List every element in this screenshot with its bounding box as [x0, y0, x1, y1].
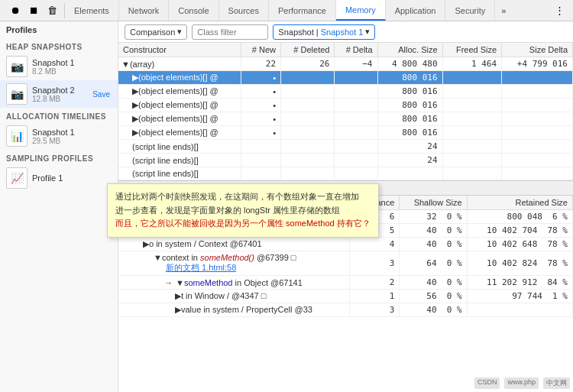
- save-snapshot-button[interactable]: Save: [91, 90, 112, 99]
- row-new: •: [241, 99, 281, 112]
- timeline1-icon: 📊: [6, 125, 28, 147]
- table-row[interactable]: ▼(array) 22 26 −4 4 800 480 1 464 +4 799…: [118, 57, 573, 71]
- profile1-info: Profile 1: [32, 173, 112, 183]
- ret-shallow: 40 0 %: [400, 238, 467, 251]
- col-new[interactable]: # New: [241, 43, 281, 57]
- ret-col-retained[interactable]: Retained Size: [467, 196, 572, 210]
- settings-button[interactable]: ⋮: [552, 3, 567, 18]
- tab-sources[interactable]: Sources: [219, 0, 269, 21]
- row-alloc: 4 800 480: [377, 57, 442, 71]
- row-alloc: 800 016: [377, 99, 442, 112]
- row-alloc: 24: [377, 140, 442, 154]
- ret-retained: 800 048 6 %: [467, 210, 572, 224]
- ret-dist: 2: [350, 276, 400, 290]
- col-constructor[interactable]: Constructor: [118, 43, 241, 57]
- row-freed: 1 464: [442, 57, 502, 71]
- row-alloc: 800 016: [377, 126, 442, 140]
- tab-security[interactable]: Security: [445, 0, 495, 21]
- retainer-row[interactable]: ▶value in system / PropertyCell @33 3 40…: [118, 303, 573, 317]
- row-deleted: 26: [281, 57, 335, 71]
- tab-performance[interactable]: Performance: [269, 0, 336, 21]
- toolbar: Comparison ▾ Snapshot | Snapshot 1 ▾: [118, 21, 573, 43]
- tooltip-line1: 通过比对两个时刻快照发现，在这期间，有个数组对象一直在增加: [115, 190, 371, 204]
- snapshot1-size: 8.2 MB: [32, 67, 112, 76]
- snapshot2-name: Snapshot 2: [32, 86, 86, 95]
- row-new: 22: [241, 57, 281, 71]
- row-constructor: ▶(object elements)[] @: [118, 99, 241, 112]
- tab-console[interactable]: Console: [169, 0, 219, 21]
- watermark-php: www.php: [504, 377, 539, 389]
- profiles-label: Profiles: [0, 21, 118, 38]
- ret-retained: 10 402 648 78 %: [467, 238, 572, 251]
- retainer-row[interactable]: →▼someMethod in Object @67141 2 40 0 % 1…: [118, 276, 573, 290]
- row-alloc: 800 016: [377, 71, 442, 85]
- comparison-dropdown-arrow: ▾: [177, 27, 182, 37]
- table-row[interactable]: ▶(object elements)[] @ • 800 016: [118, 126, 573, 140]
- timeline1-info: Snapshot 1 29.5 MB: [32, 128, 112, 145]
- table-row[interactable]: ▶(object elements)[] @ • 800 016: [118, 85, 573, 99]
- watermark: CSDN www.php 中文网: [474, 377, 570, 389]
- row-constructor: ▶(object elements)[] @: [118, 71, 241, 85]
- tab-elements[interactable]: Elements: [65, 0, 119, 21]
- profile1-icon: 📈: [6, 167, 28, 189]
- col-freed[interactable]: Freed Size: [442, 43, 502, 57]
- retainer-row[interactable]: ▼context in someMethod() @67399 □ 新的文档 1…: [118, 251, 573, 276]
- retainer-row[interactable]: ▶o in system / Context @67401 4 40 0 % 1…: [118, 238, 573, 251]
- ret-dist: 4: [350, 238, 400, 251]
- delete-button[interactable]: 🗑: [44, 3, 60, 18]
- snapshot1-info: Snapshot 1 8.2 MB: [32, 58, 112, 76]
- snapshot1-icon: 📷: [6, 56, 28, 77]
- watermark-csdn: CSDN: [474, 377, 500, 389]
- table-row-selected[interactable]: ▶(object elements)[] @ • 800 016: [118, 71, 573, 85]
- retainer-row[interactable]: ▶t in Window / @4347 □ 1 56 0 % 97 744 1…: [118, 290, 573, 303]
- ret-dist: 3: [350, 303, 400, 317]
- tab-list: Elements Network Console Sources Perform…: [65, 0, 552, 21]
- allocation-timelines-title: ALLOCATION TIMELINES: [0, 108, 118, 122]
- col-delta[interactable]: # Delta: [335, 43, 377, 57]
- snapshot1-item[interactable]: 📷 Snapshot 1 8.2 MB: [0, 53, 118, 80]
- col-deleted[interactable]: # Deleted: [281, 43, 335, 57]
- stop-button[interactable]: ⏹: [26, 3, 41, 18]
- tooltip-line2: 进一步查看，发现是字面量对象的 longStr 属性里存储的数组: [115, 204, 371, 218]
- ret-col-shallow[interactable]: Shallow Size: [400, 196, 467, 210]
- snapshot2-item[interactable]: 📷 Snapshot 2 12.8 MB Save: [0, 80, 118, 108]
- profile1-item[interactable]: 📈 Profile 1: [0, 164, 118, 192]
- timeline1-name: Snapshot 1: [32, 128, 112, 137]
- row-freed: [442, 71, 502, 85]
- row-constructor: (script line ends)[]: [118, 167, 241, 180]
- timeline1-size: 29.5 MB: [32, 137, 112, 145]
- row-new: •: [241, 126, 281, 140]
- tab-icon-group: ⏺ ⏹ 🗑: [3, 3, 65, 18]
- comparison-dropdown[interactable]: Comparison ▾: [125, 24, 187, 40]
- timeline1-item[interactable]: 📊 Snapshot 1 29.5 MB: [0, 122, 118, 150]
- heap-snapshots-title: HEAP SNAPSHOTS: [0, 38, 118, 53]
- row-constructor: ▶(object elements)[] @: [118, 126, 241, 140]
- table-row[interactable]: (script line ends)[]: [118, 167, 573, 180]
- class-filter-input[interactable]: [192, 24, 268, 40]
- ret-retained: 11 202 912 84 %: [467, 276, 572, 290]
- snapshot-bar-value: Snapshot 1: [321, 28, 364, 37]
- more-tabs-button[interactable]: »: [495, 0, 512, 21]
- table-row[interactable]: (script line ends)[] 24: [118, 154, 573, 167]
- record-button[interactable]: ⏺: [8, 3, 23, 18]
- tab-network[interactable]: Network: [119, 0, 169, 21]
- ret-shallow: 56 0 %: [400, 290, 467, 303]
- ret-object: ▼context in someMethod() @67399 □ 新的文档 1…: [118, 251, 350, 276]
- col-alloc[interactable]: Alloc. Size: [377, 43, 442, 57]
- row-alloc: 800 016: [377, 112, 442, 126]
- sidebar: Profiles HEAP SNAPSHOTS 📷 Snapshot 1 8.2…: [0, 21, 118, 392]
- ret-retained: [467, 303, 572, 317]
- table-row[interactable]: (script line ends)[] 24: [118, 140, 573, 154]
- ret-object: ▶value in system / PropertyCell @33: [118, 303, 350, 317]
- ret-dist: 1: [350, 290, 400, 303]
- row-alloc: 24: [377, 154, 442, 167]
- table-row[interactable]: ▶(object elements)[] @ • 800 016: [118, 99, 573, 112]
- snapshot-selector[interactable]: Snapshot | Snapshot 1 ▾: [273, 24, 375, 40]
- tab-application[interactable]: Application: [386, 0, 446, 21]
- ret-object: →▼someMethod in Object @67141: [118, 276, 350, 290]
- profile1-name: Profile 1: [32, 173, 112, 183]
- table-row[interactable]: ▶(object elements)[] @ • 800 016: [118, 112, 573, 126]
- top-tab-bar: ⏺ ⏹ 🗑 Elements Network Console Sources P…: [0, 0, 573, 21]
- tab-memory[interactable]: Memory: [336, 0, 386, 21]
- col-size-delta[interactable]: Size Delta: [502, 43, 573, 57]
